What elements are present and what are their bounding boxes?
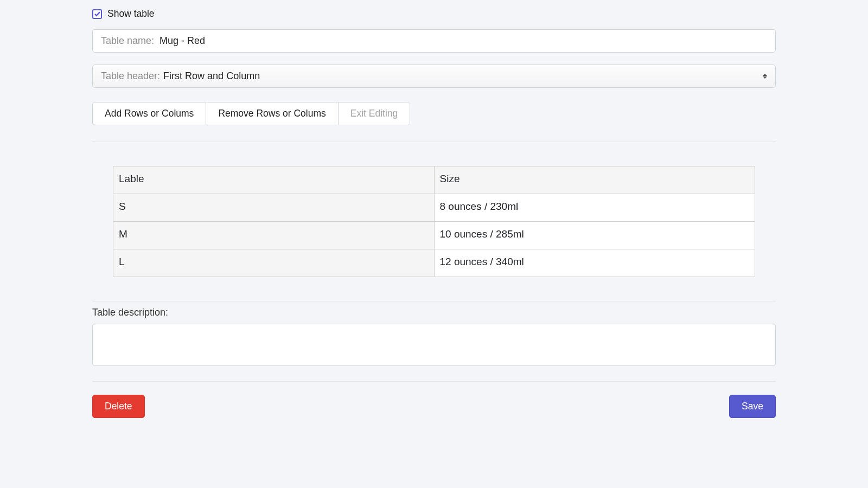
table-header-label: Table header: xyxy=(101,70,160,82)
divider xyxy=(92,142,776,142)
table-cell[interactable]: L xyxy=(113,249,435,277)
table-row: L 12 ounces / 340ml xyxy=(113,249,755,277)
table-description-label: Table description: xyxy=(92,307,776,318)
check-icon xyxy=(94,10,101,17)
add-rows-columns-button[interactable]: Add Rows or Colums xyxy=(92,102,206,125)
delete-button[interactable]: Delete xyxy=(92,395,145,418)
table-header-cell[interactable]: Lable xyxy=(113,166,435,194)
table-edit-button-group: Add Rows or Colums Remove Rows or Colums… xyxy=(92,102,776,125)
table-header-row: Lable Size xyxy=(113,166,755,194)
action-row: Delete Save xyxy=(92,395,776,418)
divider xyxy=(92,381,776,382)
remove-rows-columns-button[interactable]: Remove Rows or Colums xyxy=(206,102,338,125)
divider xyxy=(92,301,776,301)
table-cell[interactable]: 10 ounces / 285ml xyxy=(434,222,755,249)
table-row: M 10 ounces / 285ml xyxy=(113,222,755,249)
table-cell[interactable]: M xyxy=(113,222,435,249)
table-name-field-wrap: Table name: xyxy=(92,29,776,53)
table-cell[interactable]: 12 ounces / 340ml xyxy=(434,249,755,277)
exit-editing-button: Exit Editing xyxy=(339,102,411,125)
data-table-wrap: Lable Size S 8 ounces / 230ml M 10 ounce… xyxy=(92,166,776,277)
table-name-input[interactable] xyxy=(159,35,767,47)
select-arrows-icon xyxy=(763,74,767,79)
table-header-value: First Row and Column xyxy=(163,70,767,82)
show-table-checkbox[interactable] xyxy=(92,9,102,19)
table-cell[interactable]: 8 ounces / 230ml xyxy=(434,194,755,222)
table-name-label: Table name: xyxy=(101,35,154,47)
table-header-cell[interactable]: Size xyxy=(434,166,755,194)
table-header-select[interactable]: Table header: First Row and Column xyxy=(92,65,776,88)
table-cell[interactable]: S xyxy=(113,194,435,222)
data-table: Lable Size S 8 ounces / 230ml M 10 ounce… xyxy=(113,166,755,277)
table-row: S 8 ounces / 230ml xyxy=(113,194,755,222)
save-button[interactable]: Save xyxy=(729,395,776,418)
show-table-label: Show table xyxy=(107,8,155,20)
table-description-textarea[interactable] xyxy=(92,324,776,366)
